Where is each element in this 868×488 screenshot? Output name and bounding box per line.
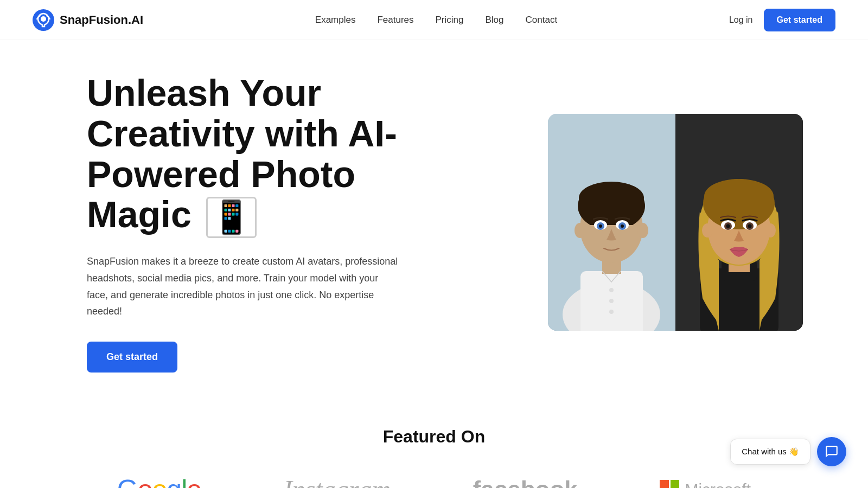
svg-point-1: [41, 16, 46, 22]
svg-point-18: [609, 288, 614, 292]
nav-actions: Log in Get started: [729, 9, 835, 31]
svg-point-20: [609, 310, 614, 314]
hero-image-female: [675, 114, 803, 331]
hero-image-male: [548, 114, 675, 331]
svg-point-19: [609, 299, 614, 303]
facebook-logo: facebook: [473, 476, 578, 488]
featured-title: Featured On: [87, 427, 781, 447]
hero-section: Unleash Your Creativity with AI- Powered…: [0, 40, 868, 405]
nav-features[interactable]: Features: [377, 15, 413, 25]
login-button[interactable]: Log in: [729, 15, 753, 25]
nav-contact[interactable]: Contact: [526, 15, 558, 25]
hero-cta-button[interactable]: Get started: [87, 342, 177, 373]
nav-examples[interactable]: Examples: [315, 15, 356, 25]
get-started-nav-button[interactable]: Get started: [764, 9, 835, 31]
svg-point-11: [637, 223, 648, 238]
navbar: SnapFusion.AI Examples Features Pricing …: [0, 0, 868, 40]
nav-links: Examples Features Pricing Blog Contact: [315, 15, 557, 25]
brand-name: SnapFusion.AI: [60, 13, 143, 27]
svg-point-31: [702, 223, 713, 237]
microsoft-logo: Microsoft: [660, 480, 751, 488]
google-logo: Google: [117, 474, 201, 488]
nav-pricing[interactable]: Pricing: [436, 15, 464, 25]
svg-point-16: [599, 224, 602, 228]
hero-emoji: 📱: [206, 197, 257, 238]
logo[interactable]: SnapFusion.AI: [33, 9, 143, 31]
chat-label: Chat with us 👋: [730, 439, 810, 465]
nav-blog[interactable]: Blog: [486, 15, 504, 25]
hero-title: Unleash Your Creativity with AI- Powered…: [87, 73, 401, 238]
instagram-logo: Instagram: [284, 474, 391, 488]
svg-point-10: [575, 223, 585, 238]
svg-point-37: [726, 224, 730, 228]
microsoft-grid-icon: [660, 480, 679, 488]
logo-icon: [33, 9, 54, 31]
svg-point-32: [765, 223, 776, 237]
chat-button[interactable]: [817, 437, 846, 466]
chat-widget: Chat with us 👋: [730, 437, 846, 466]
svg-point-17: [621, 224, 624, 228]
hero-description: SnapFusion makes it a breeze to create c…: [87, 253, 401, 319]
logos-row: Google Instagram facebook Microsoft: [87, 474, 781, 488]
hero-image: [548, 114, 803, 331]
chat-icon: [825, 445, 839, 459]
svg-point-38: [748, 224, 752, 228]
hero-content: Unleash Your Creativity with AI- Powered…: [87, 73, 401, 373]
